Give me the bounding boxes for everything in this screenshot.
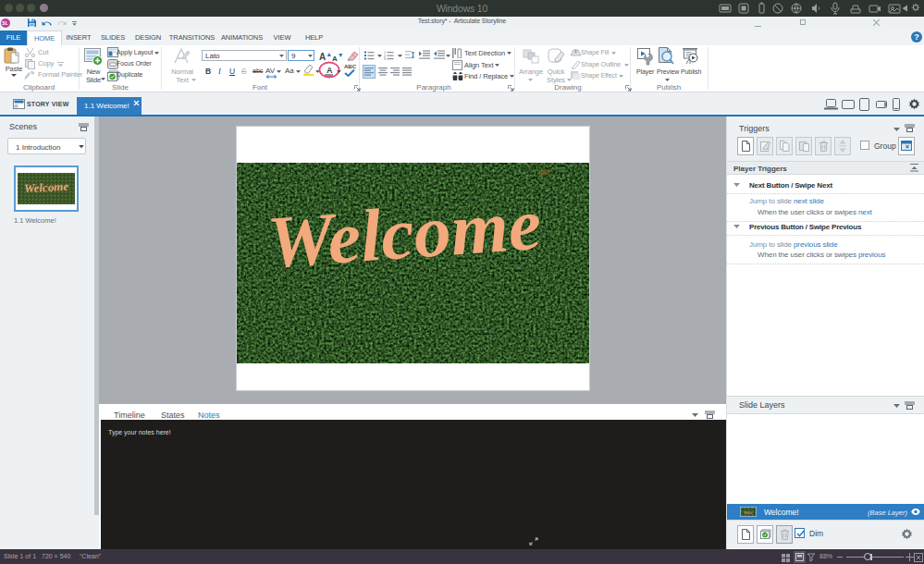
- svg-text:Welc: Welc: [744, 509, 753, 514]
- svg-text:3: 3: [384, 57, 386, 60]
- svg-text:Welcome: Welcome: [24, 179, 69, 196]
